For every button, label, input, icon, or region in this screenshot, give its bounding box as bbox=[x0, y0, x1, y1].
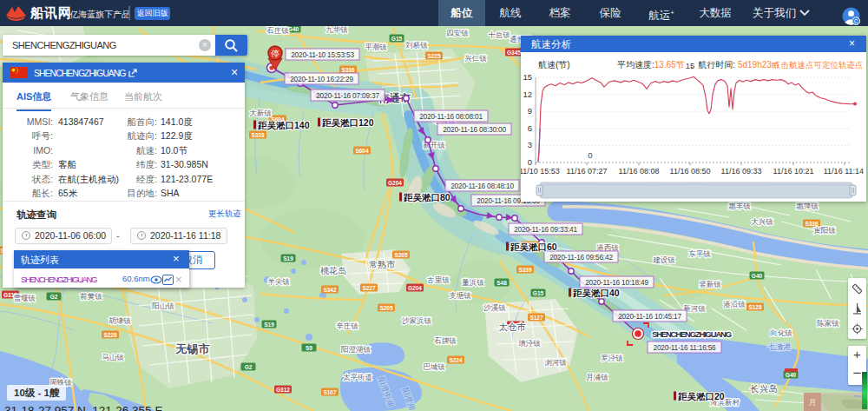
svg-text:S127: S127 bbox=[529, 315, 543, 321]
svg-text:石牌镇: 石牌镇 bbox=[434, 336, 457, 345]
svg-text:11/16 08:50: 11/16 08:50 bbox=[670, 167, 711, 176]
svg-text:石庄镇: 石庄镇 bbox=[266, 26, 289, 35]
svg-text:11/10 15:53: 11/10 15:53 bbox=[521, 167, 560, 176]
svg-text:S128: S128 bbox=[748, 304, 762, 310]
svg-text:董浜镇: 董浜镇 bbox=[461, 278, 484, 287]
svg-text:距吴淞口140: 距吴淞口140 bbox=[258, 120, 310, 130]
svg-text:11/16 07:27: 11/16 07:27 bbox=[567, 167, 608, 176]
svg-text:惠丰镇: 惠丰镇 bbox=[727, 202, 751, 210]
svg-text:S228: S228 bbox=[103, 332, 117, 338]
svg-text:G40: G40 bbox=[786, 372, 797, 378]
svg-text:停: 停 bbox=[270, 49, 279, 58]
svg-text:2020-11-16 09:33:41: 2020-11-16 09:33:41 bbox=[514, 225, 577, 234]
svg-text:G204: G204 bbox=[408, 285, 422, 291]
svg-text:古里镇: 古里镇 bbox=[426, 275, 450, 284]
svg-text:2020-11-16 08:48:10: 2020-11-16 08:48:10 bbox=[450, 182, 514, 190]
svg-text:2020-11-16 10:45:17: 2020-11-16 10:45:17 bbox=[618, 312, 681, 321]
svg-text:0: 0 bbox=[528, 157, 532, 167]
svg-text:S205: S205 bbox=[394, 252, 408, 258]
svg-text:长兴岛: 长兴岛 bbox=[750, 383, 778, 394]
svg-text:胡埭镇: 胡埭镇 bbox=[108, 316, 131, 325]
svg-text:G15: G15 bbox=[391, 36, 403, 42]
svg-text:S19: S19 bbox=[283, 255, 293, 262]
svg-text:S339: S339 bbox=[518, 267, 532, 273]
svg-text:11/16 10:21: 11/16 10:21 bbox=[773, 167, 814, 176]
svg-text:3: 3 bbox=[528, 140, 532, 149]
svg-text:2020-11-10 16:22:29: 2020-11-10 16:22:29 bbox=[290, 75, 353, 83]
svg-text:平潮镇: 平潮镇 bbox=[365, 43, 387, 51]
svg-text:马山镇: 马山镇 bbox=[102, 353, 124, 361]
svg-text:9: 9 bbox=[528, 106, 532, 116]
svg-text:2020-11-16 07:09:37: 2020-11-16 07:09:37 bbox=[316, 91, 379, 100]
svg-text:G40: G40 bbox=[752, 273, 763, 279]
svg-text:11/16 11:14: 11/16 11:14 bbox=[824, 167, 864, 176]
svg-text:S227: S227 bbox=[362, 285, 376, 291]
svg-text:6: 6 bbox=[528, 123, 532, 133]
svg-text:前黄镇: 前黄镇 bbox=[80, 292, 102, 301]
svg-text:太平街道: 太平街道 bbox=[343, 373, 372, 381]
svg-text:距吴淞口20: 距吴淞口20 bbox=[678, 391, 725, 401]
svg-text:11/16 09:33: 11/16 09:33 bbox=[721, 167, 762, 176]
svg-text:G204: G204 bbox=[388, 180, 402, 186]
svg-text:浏河镇: 浏河镇 bbox=[544, 358, 567, 367]
svg-text:0: 0 bbox=[588, 150, 592, 160]
svg-text:G2: G2 bbox=[50, 294, 58, 300]
svg-text:S342: S342 bbox=[323, 287, 337, 293]
svg-text:大新镇: 大新镇 bbox=[249, 109, 272, 117]
svg-text:沙溪镇: 沙溪镇 bbox=[483, 303, 506, 312]
svg-text:向化镇: 向化镇 bbox=[770, 328, 792, 337]
svg-text:太仓市: 太仓市 bbox=[498, 322, 526, 332]
svg-text:阳山镇: 阳山镇 bbox=[152, 302, 174, 310]
svg-text:常熟市: 常熟市 bbox=[369, 260, 396, 269]
svg-text:雪堰镇: 雪堰镇 bbox=[13, 294, 36, 302]
svg-text:2020-11-16 11:16:56: 2020-11-16 11:16:56 bbox=[653, 343, 716, 352]
svg-text:惠萍镇: 惠萍镇 bbox=[795, 202, 819, 210]
svg-text:兴仁镇: 兴仁镇 bbox=[464, 54, 487, 63]
svg-text:港沿镇: 港沿镇 bbox=[723, 300, 746, 308]
svg-text:15: 15 bbox=[523, 72, 532, 82]
svg-text:SHENCHENGZHIGUANG: SHENCHENGZHIGUANG bbox=[652, 329, 732, 339]
svg-text:S107: S107 bbox=[323, 389, 337, 395]
svg-text:寅阳镇: 寅阳镇 bbox=[813, 226, 836, 235]
svg-text:S604: S604 bbox=[355, 148, 369, 154]
svg-text:11/16 08:08: 11/16 08:08 bbox=[619, 167, 660, 176]
svg-text:2020-11-16 09:56:42: 2020-11-16 09:56:42 bbox=[549, 253, 613, 262]
svg-text:沙家浜镇: 沙家浜镇 bbox=[402, 316, 432, 325]
svg-text:距吴淞口120: 距吴淞口120 bbox=[322, 117, 374, 128]
svg-text:2020-11-16 08:30:00: 2020-11-16 08:30:00 bbox=[443, 125, 506, 134]
svg-text:S9: S9 bbox=[306, 345, 312, 351]
svg-text:2020-11-16 08:08:01: 2020-11-16 08:08:01 bbox=[419, 112, 483, 121]
svg-text:S224: S224 bbox=[449, 357, 463, 363]
svg-text:距吴淞口40: 距吴淞口40 bbox=[573, 288, 620, 298]
svg-text:四安镇: 四安镇 bbox=[446, 29, 469, 37]
svg-text:G40: G40 bbox=[288, 26, 299, 32]
svg-text:羊尖镇: 羊尖镇 bbox=[267, 277, 290, 286]
svg-text:S338: S338 bbox=[251, 132, 265, 138]
svg-text:支塘镇: 支塘镇 bbox=[449, 291, 471, 300]
svg-text:罗泾镇: 罗泾镇 bbox=[601, 354, 623, 362]
svg-text:建设镇: 建设镇 bbox=[652, 255, 675, 264]
svg-text:2020-11-16 10:18:49: 2020-11-16 10:18:49 bbox=[585, 278, 648, 287]
svg-text:巴城镇: 巴城镇 bbox=[423, 362, 445, 371]
svg-text:十总镇: 十总镇 bbox=[488, 30, 510, 39]
svg-text:距吴淞口60: 距吴淞口60 bbox=[510, 242, 557, 252]
svg-text:竖新镇: 竖新镇 bbox=[699, 280, 721, 288]
svg-text:七滧港: 七滧港 bbox=[767, 342, 792, 351]
svg-text:12: 12 bbox=[523, 89, 532, 99]
svg-text:G15: G15 bbox=[533, 290, 544, 296]
svg-text:月浦镇: 月浦镇 bbox=[586, 373, 608, 381]
svg-text:桃花岛: 桃花岛 bbox=[320, 266, 346, 275]
svg-text:东平镇: 东平镇 bbox=[688, 249, 711, 258]
svg-text:距吴淞口80: 距吴淞口80 bbox=[404, 192, 450, 202]
svg-text:九华镇: 九华镇 bbox=[326, 25, 348, 34]
svg-text:阳澄湖镇: 阳澄湖镇 bbox=[341, 345, 372, 354]
svg-text:月: 月 bbox=[809, 398, 817, 407]
svg-text:璜泾镇: 璜泾镇 bbox=[518, 339, 541, 348]
svg-text:S336: S336 bbox=[341, 67, 355, 73]
svg-text:G2: G2 bbox=[245, 364, 253, 370]
svg-text:S48: S48 bbox=[496, 280, 507, 286]
svg-text:G312: G312 bbox=[276, 387, 290, 393]
svg-text:刘桥镇: 刘桥镇 bbox=[404, 41, 428, 50]
svg-text:无锡市: 无锡市 bbox=[175, 342, 210, 355]
svg-text:2020-11-10 15:53:53: 2020-11-10 15:53:53 bbox=[291, 50, 354, 59]
